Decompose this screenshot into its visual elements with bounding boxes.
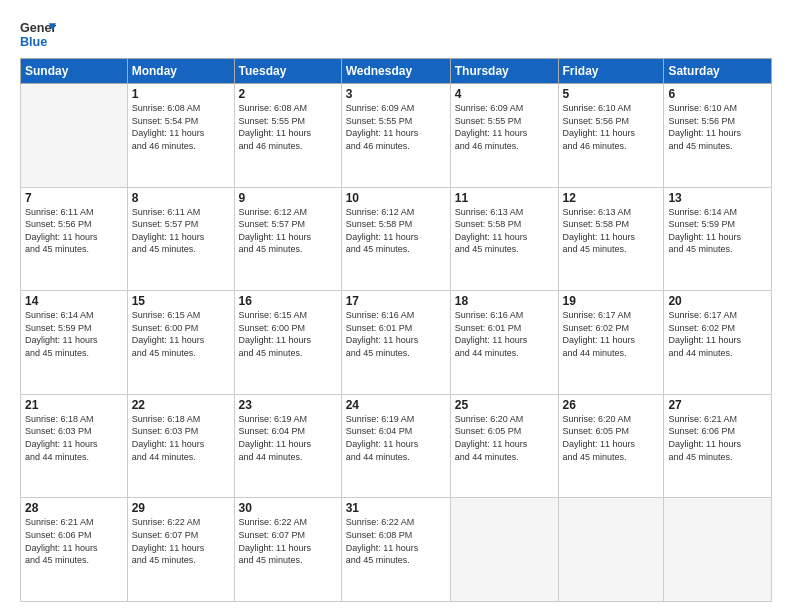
weekday-header-wednesday: Wednesday [341, 59, 450, 84]
day-number: 21 [25, 398, 123, 412]
calendar-cell: 21Sunrise: 6:18 AM Sunset: 6:03 PM Dayli… [21, 394, 128, 498]
day-number: 9 [239, 191, 337, 205]
calendar-cell: 1Sunrise: 6:08 AM Sunset: 5:54 PM Daylig… [127, 84, 234, 188]
weekday-header-row: SundayMondayTuesdayWednesdayThursdayFrid… [21, 59, 772, 84]
calendar-cell: 29Sunrise: 6:22 AM Sunset: 6:07 PM Dayli… [127, 498, 234, 602]
day-info: Sunrise: 6:08 AM Sunset: 5:55 PM Dayligh… [239, 102, 337, 152]
calendar-cell [450, 498, 558, 602]
day-number: 1 [132, 87, 230, 101]
weekday-header-tuesday: Tuesday [234, 59, 341, 84]
weekday-header-friday: Friday [558, 59, 664, 84]
day-number: 7 [25, 191, 123, 205]
weekday-header-thursday: Thursday [450, 59, 558, 84]
logo: General Blue [20, 16, 56, 52]
calendar-cell: 16Sunrise: 6:15 AM Sunset: 6:00 PM Dayli… [234, 291, 341, 395]
day-number: 12 [563, 191, 660, 205]
week-row-1: 1Sunrise: 6:08 AM Sunset: 5:54 PM Daylig… [21, 84, 772, 188]
day-info: Sunrise: 6:08 AM Sunset: 5:54 PM Dayligh… [132, 102, 230, 152]
calendar-cell [664, 498, 772, 602]
day-info: Sunrise: 6:11 AM Sunset: 5:57 PM Dayligh… [132, 206, 230, 256]
day-number: 17 [346, 294, 446, 308]
calendar-cell: 20Sunrise: 6:17 AM Sunset: 6:02 PM Dayli… [664, 291, 772, 395]
day-info: Sunrise: 6:15 AM Sunset: 6:00 PM Dayligh… [239, 309, 337, 359]
calendar-cell: 5Sunrise: 6:10 AM Sunset: 5:56 PM Daylig… [558, 84, 664, 188]
calendar-cell: 19Sunrise: 6:17 AM Sunset: 6:02 PM Dayli… [558, 291, 664, 395]
day-number: 4 [455, 87, 554, 101]
calendar-cell: 2Sunrise: 6:08 AM Sunset: 5:55 PM Daylig… [234, 84, 341, 188]
header: General Blue [20, 16, 772, 52]
day-number: 31 [346, 501, 446, 515]
day-info: Sunrise: 6:11 AM Sunset: 5:56 PM Dayligh… [25, 206, 123, 256]
day-number: 13 [668, 191, 767, 205]
day-info: Sunrise: 6:14 AM Sunset: 5:59 PM Dayligh… [668, 206, 767, 256]
day-number: 23 [239, 398, 337, 412]
calendar-cell: 3Sunrise: 6:09 AM Sunset: 5:55 PM Daylig… [341, 84, 450, 188]
day-info: Sunrise: 6:15 AM Sunset: 6:00 PM Dayligh… [132, 309, 230, 359]
day-number: 22 [132, 398, 230, 412]
day-number: 14 [25, 294, 123, 308]
day-info: Sunrise: 6:10 AM Sunset: 5:56 PM Dayligh… [563, 102, 660, 152]
day-info: Sunrise: 6:12 AM Sunset: 5:57 PM Dayligh… [239, 206, 337, 256]
day-number: 11 [455, 191, 554, 205]
day-number: 27 [668, 398, 767, 412]
calendar-cell: 31Sunrise: 6:22 AM Sunset: 6:08 PM Dayli… [341, 498, 450, 602]
week-row-3: 14Sunrise: 6:14 AM Sunset: 5:59 PM Dayli… [21, 291, 772, 395]
day-number: 18 [455, 294, 554, 308]
day-info: Sunrise: 6:17 AM Sunset: 6:02 PM Dayligh… [668, 309, 767, 359]
calendar-cell: 30Sunrise: 6:22 AM Sunset: 6:07 PM Dayli… [234, 498, 341, 602]
day-info: Sunrise: 6:10 AM Sunset: 5:56 PM Dayligh… [668, 102, 767, 152]
svg-text:Blue: Blue [20, 35, 47, 49]
calendar-cell [21, 84, 128, 188]
day-number: 28 [25, 501, 123, 515]
day-info: Sunrise: 6:22 AM Sunset: 6:08 PM Dayligh… [346, 516, 446, 566]
day-number: 20 [668, 294, 767, 308]
week-row-5: 28Sunrise: 6:21 AM Sunset: 6:06 PM Dayli… [21, 498, 772, 602]
day-info: Sunrise: 6:20 AM Sunset: 6:05 PM Dayligh… [455, 413, 554, 463]
calendar-cell: 4Sunrise: 6:09 AM Sunset: 5:55 PM Daylig… [450, 84, 558, 188]
calendar-cell: 18Sunrise: 6:16 AM Sunset: 6:01 PM Dayli… [450, 291, 558, 395]
day-info: Sunrise: 6:17 AM Sunset: 6:02 PM Dayligh… [563, 309, 660, 359]
calendar-cell: 23Sunrise: 6:19 AM Sunset: 6:04 PM Dayli… [234, 394, 341, 498]
day-info: Sunrise: 6:19 AM Sunset: 6:04 PM Dayligh… [346, 413, 446, 463]
day-info: Sunrise: 6:19 AM Sunset: 6:04 PM Dayligh… [239, 413, 337, 463]
weekday-header-monday: Monday [127, 59, 234, 84]
day-number: 3 [346, 87, 446, 101]
calendar-cell: 17Sunrise: 6:16 AM Sunset: 6:01 PM Dayli… [341, 291, 450, 395]
calendar-cell: 22Sunrise: 6:18 AM Sunset: 6:03 PM Dayli… [127, 394, 234, 498]
day-number: 30 [239, 501, 337, 515]
logo-icon: General Blue [20, 16, 56, 52]
day-info: Sunrise: 6:22 AM Sunset: 6:07 PM Dayligh… [239, 516, 337, 566]
day-number: 2 [239, 87, 337, 101]
calendar-cell: 24Sunrise: 6:19 AM Sunset: 6:04 PM Dayli… [341, 394, 450, 498]
day-info: Sunrise: 6:21 AM Sunset: 6:06 PM Dayligh… [25, 516, 123, 566]
day-info: Sunrise: 6:13 AM Sunset: 5:58 PM Dayligh… [455, 206, 554, 256]
calendar-cell: 13Sunrise: 6:14 AM Sunset: 5:59 PM Dayli… [664, 187, 772, 291]
calendar-cell: 9Sunrise: 6:12 AM Sunset: 5:57 PM Daylig… [234, 187, 341, 291]
day-number: 19 [563, 294, 660, 308]
day-info: Sunrise: 6:18 AM Sunset: 6:03 PM Dayligh… [25, 413, 123, 463]
calendar-cell: 12Sunrise: 6:13 AM Sunset: 5:58 PM Dayli… [558, 187, 664, 291]
calendar-table: SundayMondayTuesdayWednesdayThursdayFrid… [20, 58, 772, 602]
day-info: Sunrise: 6:16 AM Sunset: 6:01 PM Dayligh… [455, 309, 554, 359]
day-info: Sunrise: 6:09 AM Sunset: 5:55 PM Dayligh… [455, 102, 554, 152]
page: General Blue SundayMondayTuesdayWednesda… [0, 0, 792, 612]
day-number: 5 [563, 87, 660, 101]
day-number: 6 [668, 87, 767, 101]
day-number: 8 [132, 191, 230, 205]
weekday-header-saturday: Saturday [664, 59, 772, 84]
day-number: 26 [563, 398, 660, 412]
day-number: 16 [239, 294, 337, 308]
calendar-cell: 8Sunrise: 6:11 AM Sunset: 5:57 PM Daylig… [127, 187, 234, 291]
day-number: 15 [132, 294, 230, 308]
day-number: 25 [455, 398, 554, 412]
calendar-cell: 11Sunrise: 6:13 AM Sunset: 5:58 PM Dayli… [450, 187, 558, 291]
calendar-cell: 10Sunrise: 6:12 AM Sunset: 5:58 PM Dayli… [341, 187, 450, 291]
day-info: Sunrise: 6:20 AM Sunset: 6:05 PM Dayligh… [563, 413, 660, 463]
day-info: Sunrise: 6:21 AM Sunset: 6:06 PM Dayligh… [668, 413, 767, 463]
weekday-header-sunday: Sunday [21, 59, 128, 84]
day-info: Sunrise: 6:22 AM Sunset: 6:07 PM Dayligh… [132, 516, 230, 566]
calendar-cell: 25Sunrise: 6:20 AM Sunset: 6:05 PM Dayli… [450, 394, 558, 498]
calendar-cell: 15Sunrise: 6:15 AM Sunset: 6:00 PM Dayli… [127, 291, 234, 395]
day-info: Sunrise: 6:14 AM Sunset: 5:59 PM Dayligh… [25, 309, 123, 359]
day-number: 10 [346, 191, 446, 205]
